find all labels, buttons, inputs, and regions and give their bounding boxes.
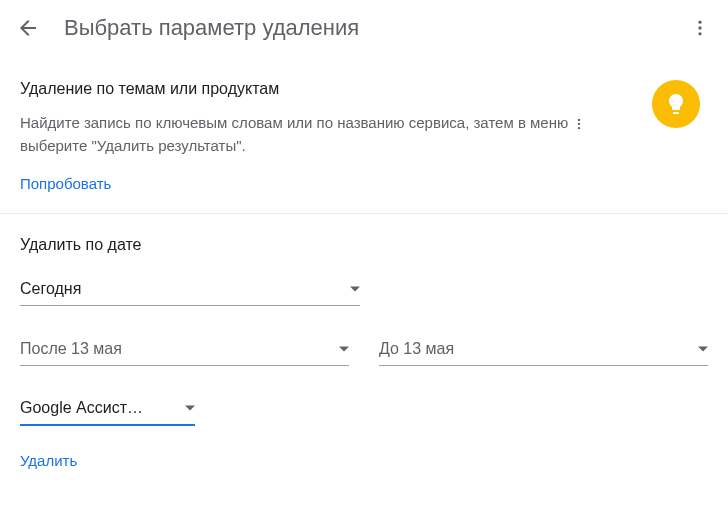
before-date-select[interactable]: До 13 мая (379, 332, 708, 366)
svg-point-0 (698, 21, 701, 24)
dropdown-arrow-icon (350, 286, 360, 291)
product-value: Google Ассист… (20, 399, 143, 417)
delete-button[interactable]: Удалить (20, 452, 77, 469)
after-date-select[interactable]: После 13 мая (20, 332, 349, 366)
before-date-value: До 13 мая (379, 340, 454, 358)
svg-point-4 (578, 123, 580, 125)
overflow-menu-button[interactable] (680, 8, 720, 48)
tip-badge[interactable] (652, 80, 700, 128)
try-link[interactable]: Попробовать (20, 175, 111, 192)
topic-text-after: выберите "Удалить результаты". (20, 137, 246, 154)
dropdown-arrow-icon (339, 346, 349, 351)
inline-menu-icon (572, 117, 586, 131)
svg-point-5 (578, 127, 580, 129)
date-range-select[interactable]: Сегодня (20, 272, 360, 306)
after-date-value: После 13 мая (20, 340, 122, 358)
vertical-dots-icon (690, 18, 710, 38)
dropdown-arrow-icon (185, 406, 195, 411)
arrow-left-icon (16, 16, 40, 40)
delete-by-date-section: Удалить по дате Сегодня После 13 мая До … (0, 214, 728, 480)
svg-point-1 (698, 26, 701, 29)
topic-section-description: Найдите запись по ключевым словам или по… (20, 112, 708, 157)
dropdown-arrow-icon (698, 346, 708, 351)
lightbulb-icon (664, 92, 688, 116)
date-section-title: Удалить по дате (20, 236, 708, 254)
back-button[interactable] (8, 8, 48, 48)
svg-point-2 (698, 32, 701, 35)
delete-by-topic-section: Удаление по темам или продуктам Найдите … (0, 56, 728, 213)
date-range-value: Сегодня (20, 280, 81, 298)
topic-section-title: Удаление по темам или продуктам (20, 80, 708, 98)
page-title: Выбрать параметр удаления (64, 15, 680, 41)
topic-text-before: Найдите запись по ключевым словам или по… (20, 114, 572, 131)
svg-point-3 (578, 119, 580, 121)
product-select[interactable]: Google Ассист… (20, 392, 195, 426)
